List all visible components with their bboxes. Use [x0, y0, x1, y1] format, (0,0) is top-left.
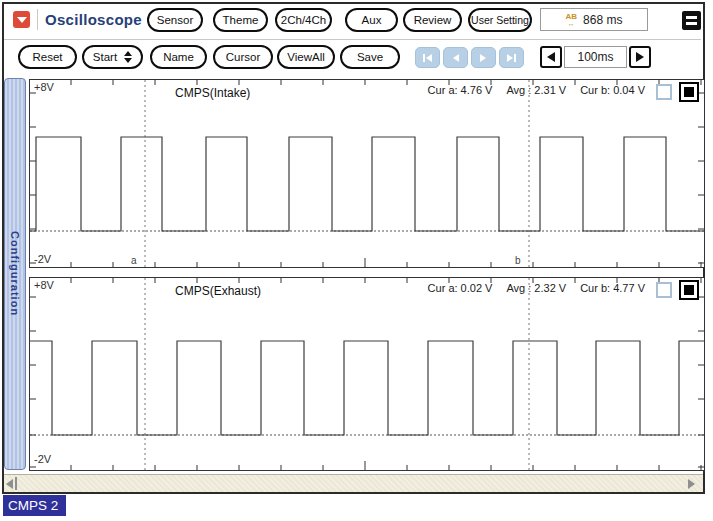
- scroll-left-bar: [15, 477, 17, 490]
- next-icon: [477, 53, 490, 63]
- user-setting-button[interactable]: User Setting: [468, 8, 532, 32]
- channel-mode-button-label: 2Ch/4Ch: [281, 14, 326, 26]
- cursor-b-value: Cur b: 0.04 V: [580, 84, 645, 96]
- channel-2-active-checkbox[interactable]: [679, 280, 699, 300]
- ab-icon-arrows: ↔: [568, 20, 575, 27]
- save-button-label: Save: [357, 51, 383, 63]
- channel-1-waveform: [29, 79, 705, 268]
- scroll-left-icon[interactable]: [6, 479, 13, 489]
- cursor-b-label[interactable]: b: [515, 255, 521, 266]
- checkbox-fill: [684, 285, 694, 295]
- checkbox-fill: [684, 87, 694, 97]
- app-title: Oscilloscope: [45, 11, 142, 28]
- save-button[interactable]: Save: [340, 45, 400, 69]
- channel-1-measurements: Cur a: 4.76 V Avg : 2.31 V Cur b: 0.04 V: [428, 84, 645, 96]
- horizontal-scrollbar[interactable]: [4, 474, 703, 492]
- channel-1-title: CMPS(Intake): [175, 86, 250, 100]
- start-button[interactable]: Start: [82, 45, 143, 69]
- cursor-a-value: Cur a: 4.76 V: [428, 84, 493, 96]
- ab-time-display: AB ↔ 868 ms: [540, 8, 648, 31]
- timebase-decrease-button[interactable]: [540, 46, 562, 68]
- start-button-label: Start: [93, 51, 117, 63]
- title-divider: [37, 9, 38, 30]
- name-button[interactable]: Name: [150, 45, 207, 69]
- menu-bar-top: [686, 16, 697, 19]
- menu-icon[interactable]: [682, 11, 701, 30]
- channel-1-select-checkbox[interactable]: [656, 84, 672, 100]
- right-triangle-icon: [635, 51, 645, 63]
- triangle-down-icon: [17, 17, 27, 23]
- configuration-tab[interactable]: Configuration: [4, 78, 26, 470]
- cursor-b-value: Cur b: 4.77 V: [580, 282, 645, 294]
- status-badge: CMPS 2: [3, 495, 66, 516]
- review-button-label: Review: [414, 14, 452, 26]
- go-prev-button[interactable]: [443, 47, 468, 68]
- average-value: Avg : 2.31 V: [506, 84, 566, 96]
- sensor-button-label: Sensor: [157, 14, 193, 26]
- sensor-button[interactable]: Sensor: [147, 8, 203, 32]
- scroll-right-icon[interactable]: [688, 479, 695, 489]
- ab-time-value: 868 ms: [583, 13, 622, 27]
- go-next-button[interactable]: [471, 47, 496, 68]
- configuration-tab-label: Configuration: [9, 231, 21, 316]
- review-button[interactable]: Review: [403, 8, 462, 32]
- aux-button-label: Aux: [362, 14, 382, 26]
- app-dropdown-icon[interactable]: [13, 11, 30, 28]
- reset-button-label: Reset: [32, 51, 62, 63]
- timebase-increase-button[interactable]: [629, 46, 651, 68]
- left-triangle-icon: [546, 51, 556, 63]
- user-setting-button-label: User Setting: [471, 14, 529, 26]
- reset-button[interactable]: Reset: [18, 45, 77, 69]
- channel-1-ymax-label: +8V: [34, 81, 54, 93]
- average-value: Avg : 2.32 V: [506, 282, 566, 294]
- channel-mode-button[interactable]: 2Ch/4Ch: [275, 8, 332, 32]
- cursor-button-label: Cursor: [226, 51, 261, 63]
- channel-2-waveform: [29, 277, 705, 471]
- name-button-label: Name: [163, 51, 194, 63]
- channel-2-select-checkbox[interactable]: [656, 282, 672, 298]
- arrow-up-icon: [124, 51, 132, 56]
- oscilloscope-app: Oscilloscope Sensor Theme 2Ch/4Ch Aux Re…: [0, 0, 713, 521]
- viewall-button[interactable]: ViewAll: [277, 45, 335, 69]
- cursor-a-value: Cur a: 0.02 V: [428, 282, 493, 294]
- go-last-button[interactable]: [499, 47, 524, 68]
- prev-icon: [449, 53, 462, 63]
- channel-2-title: CMPS(Exhaust): [175, 284, 261, 298]
- theme-button-label: Theme: [223, 14, 259, 26]
- timebase-value: 100ms: [564, 46, 627, 68]
- channel-2-ymin-label: -2V: [34, 453, 51, 465]
- channel-1-active-checkbox[interactable]: [679, 82, 699, 102]
- menu-bar-bottom: [686, 22, 697, 25]
- toolbar-divider: [4, 39, 701, 40]
- ab-cursor-icon: AB ↔: [566, 13, 578, 27]
- channel-2-measurements: Cur a: 0.02 V Avg : 2.32 V Cur b: 4.77 V: [428, 282, 645, 294]
- cursor-a-label[interactable]: a: [131, 255, 137, 266]
- viewall-button-label: ViewAll: [287, 51, 325, 63]
- channel-2-plot: +8V CMPS(Exhaust) Cur a: 0.02 V Avg : 2.…: [29, 277, 705, 471]
- theme-button[interactable]: Theme: [213, 8, 268, 32]
- channel-1-plot: +8V CMPS(Intake) Cur a: 4.76 V Avg : 2.3…: [29, 79, 705, 268]
- go-first-button[interactable]: [415, 47, 440, 68]
- aux-button[interactable]: Aux: [345, 8, 398, 32]
- start-stepper-icon[interactable]: [124, 51, 132, 63]
- arrow-down-icon: [124, 58, 132, 63]
- cursor-button[interactable]: Cursor: [213, 45, 273, 69]
- first-icon: [421, 53, 434, 63]
- last-icon: [505, 53, 518, 63]
- channel-2-ymax-label: +8V: [34, 279, 54, 291]
- channel-1-ymin-label: -2V: [34, 253, 51, 265]
